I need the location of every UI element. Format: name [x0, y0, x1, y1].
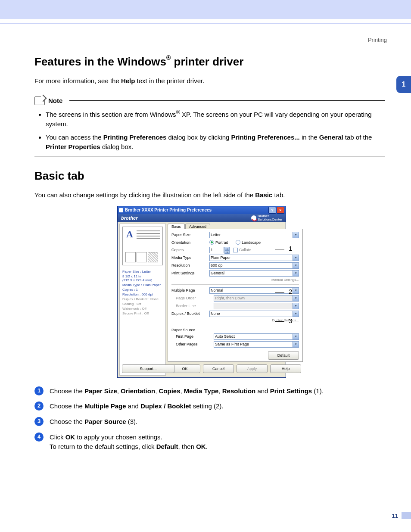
lbl-firstpage: First Page	[171, 334, 214, 339]
note-rule-bottom	[34, 156, 385, 156]
tab-advanced[interactable]: Advanced	[185, 224, 210, 229]
combo-papersize[interactable]: Letter▾	[209, 232, 299, 238]
s2d: Duplex / Booklet	[140, 402, 191, 410]
combo-multiplepage[interactable]: Normal▾	[209, 287, 299, 294]
solutions-center-link[interactable]: Brother SolutionsCenter	[251, 215, 282, 221]
dc: tab.	[272, 191, 285, 199]
s4g: OK	[196, 443, 206, 450]
h1-text-a: Features in the Windows	[34, 55, 166, 68]
callout-1-num: 1	[289, 245, 292, 252]
step-3: 3 Choose the Paper Source (3).	[34, 417, 385, 426]
registered-sup: ®	[166, 54, 171, 61]
radio-portrait[interactable]	[209, 240, 214, 245]
close-button[interactable]: ×	[277, 207, 284, 214]
combo-firstpage[interactable]: Auto Select▾	[214, 333, 299, 340]
combo-borderline: ▾	[214, 303, 299, 309]
s4d: To return to the default settings, click	[50, 443, 156, 450]
intro-b: Help	[121, 77, 135, 84]
heading-basic-tab: Basic tab	[34, 169, 385, 183]
s3c: (3).	[126, 418, 138, 425]
s1c: ,	[117, 387, 121, 395]
n1a: The screens in this section are from Win…	[46, 111, 176, 118]
lp-scaling: Scaling : Off	[122, 302, 163, 306]
chevron-down-icon: ▾	[293, 232, 299, 238]
page-thumbnail[interactable]: A	[122, 227, 163, 265]
input-copies[interactable]: 1	[209, 247, 224, 253]
note-rule-top	[34, 92, 385, 92]
step-1: 1 Choose the Paper Size, Orientation, Co…	[34, 386, 385, 396]
chevron-down-icon: ▾	[293, 255, 299, 261]
note-header: Note	[34, 96, 385, 105]
s1g: ,	[180, 387, 184, 395]
default-button[interactable]: Default	[268, 351, 299, 360]
lbl-collate: Collate	[239, 248, 251, 252]
val-multiplepage: Normal	[211, 288, 223, 292]
val-papersize: Letter	[211, 233, 221, 237]
lbl-papersize: Paper Size	[171, 233, 209, 237]
s4b: OK	[65, 433, 75, 441]
dialog-wrap: Brother XXXX Printer Printing Preference…	[117, 206, 302, 378]
step-2: 2 Choose the Multiple Page and Duplex / …	[34, 401, 385, 411]
n2g: tab of the	[343, 134, 372, 141]
settings-pane: Basic Advanced Paper Size Letter▾ Orient…	[168, 224, 303, 376]
help-button-bottom[interactable]: Help	[270, 364, 301, 373]
link-manual-settings[interactable]: Manual Settings...	[171, 278, 299, 282]
thumbnail-letter: A	[126, 229, 133, 240]
note-item-1: The screens in this section are from Win…	[46, 109, 385, 129]
checkbox-collate[interactable]	[233, 248, 238, 252]
radio-landscape[interactable]	[236, 240, 240, 245]
s2b: Multiple Page	[84, 402, 126, 410]
chapter-tab: 1	[396, 76, 411, 93]
s1a: Choose the	[50, 387, 84, 395]
val-pageorder: Right, then Down	[215, 296, 245, 300]
help-button[interactable]: ?	[268, 207, 276, 214]
n2b: Printing Preferences	[103, 134, 167, 141]
combo-duplex[interactable]: None▾	[209, 311, 299, 317]
val-firstpage: Auto Select	[215, 334, 235, 339]
s1f: Copies	[159, 387, 180, 395]
chevron-down-icon: ▾	[293, 334, 299, 339]
note-title: Note	[48, 97, 62, 104]
lbl-borderline: Border Line	[171, 304, 214, 308]
s3b: Paper Source	[84, 418, 126, 425]
s1b: Paper Size	[84, 387, 117, 395]
preview-pane[interactable]: A Paper Size : Letter 8 1/2 x 11 in (215…	[119, 224, 166, 376]
heading-features: Features in the Windows® printer driver	[34, 55, 385, 68]
note-icon	[34, 96, 45, 105]
s1k: and	[255, 387, 270, 395]
combo-printsettings[interactable]: General▾	[209, 270, 299, 277]
step-4-badge: 4	[34, 432, 44, 442]
callout-3-num: 3	[289, 317, 292, 324]
cancel-button[interactable]: Cancel	[203, 364, 234, 373]
chevron-down-icon: ▾	[293, 296, 299, 301]
lp-res: Resolution : 600 dpi	[122, 292, 163, 296]
lbl-copies: Copies	[171, 248, 209, 252]
chevron-down-icon: ▾	[293, 288, 299, 293]
tab-basic[interactable]: Basic	[168, 224, 185, 229]
lp-media: Media Type : Plain Paper	[122, 283, 163, 287]
combo-mediatype[interactable]: Plain Paper▾	[209, 255, 299, 261]
dialog-titlebar[interactable]: Brother XXXX Printer Printing Preference…	[118, 206, 286, 214]
s1l: Print Settings	[270, 387, 312, 395]
s1m: (1).	[312, 387, 324, 395]
lbl-resolution: Resolution	[171, 263, 209, 268]
s2a: Choose the	[50, 402, 84, 410]
callout-3: 3	[289, 317, 292, 324]
solutions-center-icon	[251, 215, 256, 221]
step-3-badge: 3	[34, 417, 44, 426]
page-number: 11	[392, 513, 398, 519]
combo-otherpages[interactable]: Same as First Page▾	[214, 341, 299, 348]
section-header: Printing	[368, 37, 387, 43]
lp-watermark: Watermark : Off	[122, 307, 163, 311]
lbl-printsettings: Print Settings	[171, 271, 209, 275]
basic-tab-desc: You can also change settings by clicking…	[34, 190, 385, 200]
combo-resolution[interactable]: 600 dpi▾	[209, 262, 299, 269]
note-item-2: You can access the Printing Preferences …	[46, 133, 385, 152]
support-button[interactable]: Support...	[122, 364, 174, 373]
n2a: You can access the	[46, 134, 103, 141]
s4f: , then	[178, 443, 196, 450]
lp-secure: Secure Print : Off	[122, 311, 163, 315]
spinner-copies[interactable]: ▴▾	[224, 247, 230, 253]
brand-bar: brother Brother SolutionsCenter	[118, 214, 286, 222]
s1h: Media Type	[184, 387, 219, 395]
